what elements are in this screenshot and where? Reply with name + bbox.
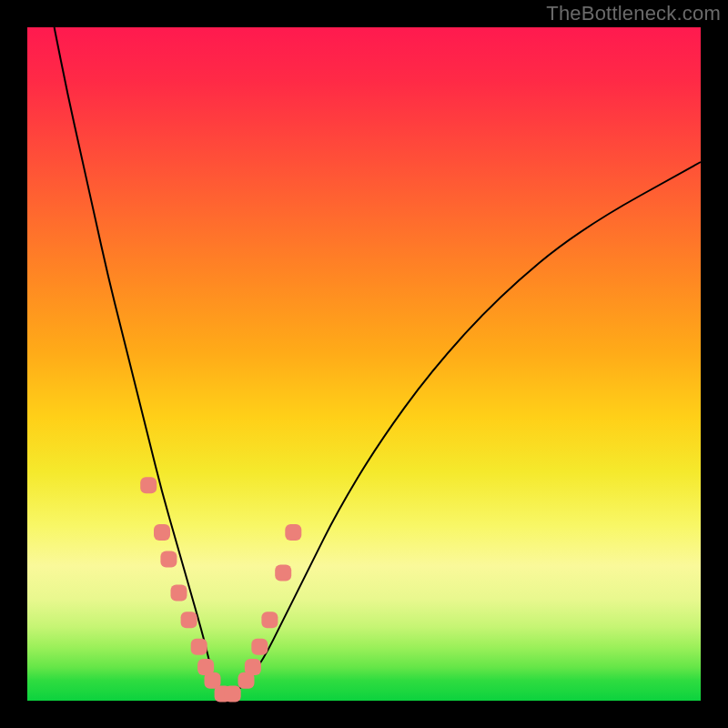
marker-point [160, 551, 177, 568]
highlighted-points [140, 477, 301, 702]
marker-point [261, 612, 278, 628]
curve-layer [27, 27, 701, 701]
marker-point [225, 686, 241, 703]
plot-area [27, 27, 701, 701]
marker-point [181, 612, 197, 628]
marker-point [171, 585, 187, 602]
marker-point [251, 639, 268, 655]
chart-frame: TheBottleneck.com [0, 0, 728, 728]
marker-point [245, 659, 261, 675]
marker-point [285, 524, 301, 541]
watermark-text: TheBottleneck.com [546, 2, 721, 25]
marker-point [191, 639, 207, 655]
marker-point [275, 564, 291, 581]
marker-point [154, 524, 170, 541]
bottleneck-curve [55, 27, 701, 694]
marker-point [140, 477, 157, 493]
